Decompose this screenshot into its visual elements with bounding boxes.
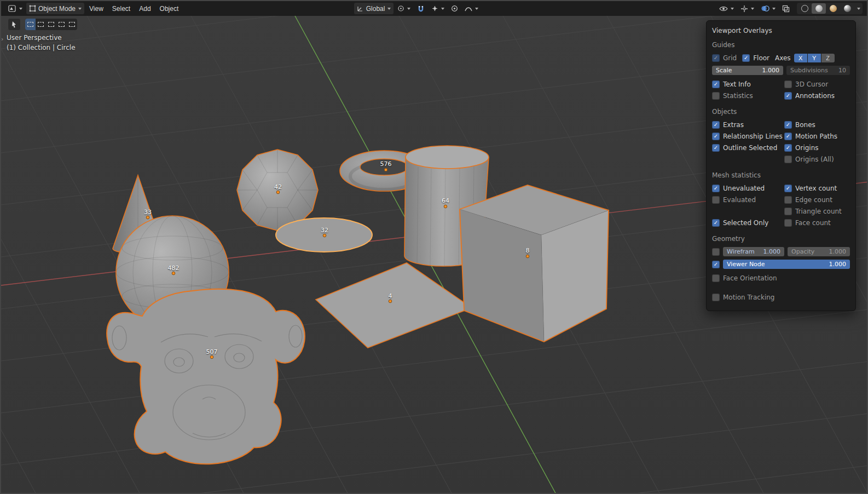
mode-dropdown[interactable]: Object Mode [26,3,84,14]
subdivisions-slider[interactable]: Subdivisions 10 [786,66,850,75]
origins-checkbox[interactable] [784,144,792,152]
statistics-label: Statistics [723,92,753,100]
extras-checkbox[interactable] [712,121,720,129]
viewer-node-value: 1.000 [829,261,847,268]
face-orientation-checkbox[interactable] [712,274,720,282]
extras-label: Extras [723,121,744,129]
proportional-editing-toggle[interactable] [448,3,461,14]
select-mode-new[interactable] [25,19,36,30]
vertex-count-label: 8 [526,247,530,254]
grid-scale-slider[interactable]: Scale 1.000 [712,66,783,75]
motion-tracking-checkbox[interactable] [712,294,720,301]
shading-solid-button[interactable] [812,3,826,14]
vertex-count-label: 64 [442,197,449,204]
pivot-point-dropdown[interactable] [395,3,413,14]
select-box-icon [59,22,65,27]
editor-type-button[interactable] [5,3,25,14]
relationship-lines-checkbox[interactable] [712,133,720,140]
evaluated-checkbox[interactable] [712,196,720,204]
chevron-down-icon [772,8,776,10]
snap-settings-dropdown[interactable] [429,3,447,14]
3d-cursor-checkbox[interactable] [784,81,792,88]
xray-toggle[interactable] [779,3,792,14]
active-tool-button[interactable] [8,18,21,31]
viewport-header: Object Mode View Select Add Object Globa… [1,1,867,16]
select-mode-intersect[interactable] [67,19,77,30]
viewport-overlays-popover: Viewport Overlays Guides Grid Floor Axes… [706,20,856,311]
object-cube[interactable] [460,185,609,342]
text-info-checkbox[interactable] [712,81,720,88]
menu-object[interactable]: Object [156,3,183,14]
annotations-checkbox[interactable] [784,92,792,100]
scale-label: Scale [716,67,732,74]
vertex-count-label: 4 [389,292,392,300]
text-info-label: Text Info [723,81,751,88]
vertex-count-label: 42 [274,183,282,191]
annotations-label: Annotations [795,92,835,100]
unevaluated-checkbox[interactable] [712,185,720,192]
motion-paths-checkbox[interactable] [784,133,792,140]
origins-all-checkbox[interactable] [784,156,792,163]
wireframe-slider[interactable]: Wirefram 1.000 [723,247,784,256]
evaluated-label: Evaluated [723,196,756,204]
vertex-count-label: 507 [206,348,218,355]
sidebar-toggle-icon[interactable]: › [1,36,3,43]
select-box-icon [38,22,44,27]
section-mesh-statistics: Mesh statistics [712,171,850,179]
wireframe-value: 1.000 [763,248,781,255]
viewer-node-checkbox[interactable] [712,261,720,268]
axis-y-toggle[interactable]: Y [808,54,821,62]
statistics-checkbox[interactable] [712,92,720,100]
shading-material-button[interactable] [826,3,840,14]
snap-settings-icon [431,5,438,12]
grid-checkbox[interactable] [712,54,720,62]
axis-x-toggle[interactable]: X [794,54,807,62]
overlays-icon [761,5,769,12]
unevaluated-label: Unevaluated [723,185,765,192]
xray-icon [782,5,790,13]
face-count-checkbox[interactable] [784,219,792,227]
bones-checkbox[interactable] [784,121,792,129]
viewer-node-slider[interactable]: Viewer Node 1.000 [723,260,850,269]
popover-title: Viewport Overlays [712,27,850,35]
vertex-count-checkbox[interactable] [784,185,792,192]
gizmo-dropdown[interactable] [738,3,757,14]
object-suzanne[interactable] [107,289,305,464]
viewer-node-label: Viewer Node [727,261,765,268]
triangle-count-checkbox[interactable] [784,208,792,215]
axes-toggle-group: X Y Z [794,54,835,62]
shading-wireframe-button[interactable] [797,3,812,14]
outline-selected-checkbox[interactable] [712,144,720,152]
selected-only-checkbox[interactable] [712,219,720,227]
chevron-down-icon [407,8,410,10]
object-plane[interactable] [316,263,472,348]
wireframe-checkbox[interactable] [712,248,720,256]
select-mode-invert[interactable] [56,19,67,30]
proportional-editing-icon [451,5,458,12]
vertex-count-option-label: Vertex count [795,185,837,192]
opacity-slider[interactable]: Opacity 1.000 [788,247,850,256]
snap-toggle[interactable] [414,3,427,14]
orientation-dropdown[interactable]: Global [354,3,394,14]
shading-settings-dropdown[interactable] [854,3,862,14]
shading-rendered-button[interactable] [840,3,854,14]
select-mode-subtract[interactable] [46,19,56,30]
vertex-count-label: 33 [144,209,152,216]
grid-label: Grid [723,54,737,62]
mode-label: Object Mode [38,5,76,13]
floor-checkbox[interactable] [742,54,750,62]
menu-view[interactable]: View [85,3,107,14]
section-geometry: Geometry [712,235,850,243]
select-mode-extend[interactable] [36,19,46,30]
viewport-3d[interactable]: › User Perspective (1) Collection | Circ… [1,16,867,493]
edge-count-checkbox[interactable] [784,196,792,204]
visibility-dropdown[interactable] [716,3,737,14]
vertex-count-label: 482 [168,265,180,272]
axis-z-toggle[interactable]: Z [821,54,835,62]
context-breadcrumb: (1) Collection | Circle [7,44,76,51]
menu-select[interactable]: Select [108,3,134,14]
chevron-down-icon [19,8,22,10]
menu-add[interactable]: Add [135,3,154,14]
overlays-dropdown[interactable] [758,3,778,14]
falloff-dropdown[interactable] [462,3,481,14]
